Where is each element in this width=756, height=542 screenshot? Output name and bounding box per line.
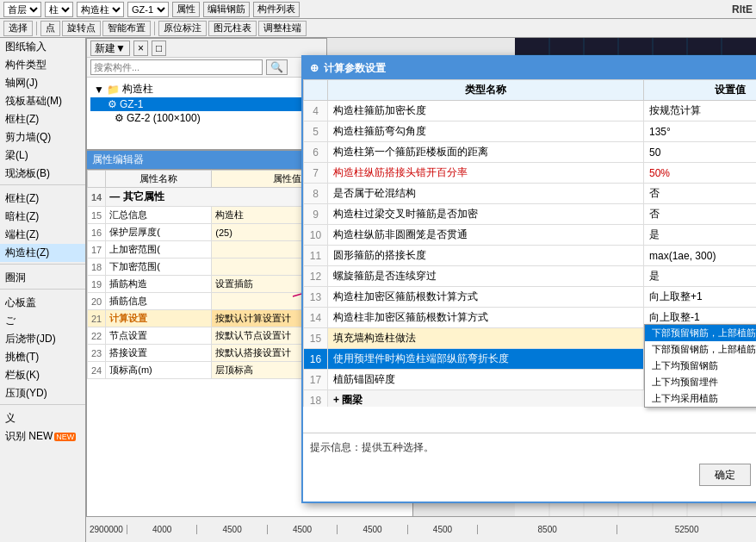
calc-row-11[interactable]: 11 圆形箍筋的搭接长度 max(1ae, 300) xyxy=(304,246,757,266)
column-table-btn[interactable]: 图元柱表 xyxy=(208,21,257,36)
dropdown-item-4[interactable]: 上下均预留埋件 xyxy=(645,374,756,390)
calc-num-7: 7 xyxy=(304,163,328,184)
tree-item-gz2[interactable]: ⚙ GZ-2 (100×100) xyxy=(90,111,323,125)
tree-root[interactable]: ▼ 📁 构造柱 xyxy=(90,81,323,97)
rite-label: RItE xyxy=(732,3,753,16)
sidebar-item-misc[interactable]: ご xyxy=(0,312,85,330)
sidebar-item-shearwall[interactable]: 剪力墙(Q) xyxy=(0,128,85,146)
prop-name-16: 保护层厚度( xyxy=(106,224,212,241)
dropdown-item-3[interactable]: 上下均预留钢筋 xyxy=(645,358,756,374)
sidebar-item-recognize[interactable]: 识别 NEW NEW xyxy=(0,427,85,445)
ruler-label: 2900000 xyxy=(86,525,127,534)
sidebar-item-axis[interactable]: 轴网(J) xyxy=(0,74,85,92)
calc-row-4[interactable]: 4 构造柱箍筋加密长度 按规范计算 xyxy=(304,101,757,121)
search-btn[interactable]: 🔍 xyxy=(266,59,288,75)
dropdown-item-1[interactable]: 下部预留钢筋，上部植筋 xyxy=(645,325,756,341)
prop-row-num-16: 16 xyxy=(88,224,106,241)
sidebar-item-slab[interactable]: 现浇板(B) xyxy=(0,165,85,183)
tree-new-btn[interactable]: 新建▼ xyxy=(90,40,130,56)
prop-row-num-15: 15 xyxy=(88,207,106,224)
calc-ok-btn[interactable]: 确定 xyxy=(699,464,751,486)
sidebar-item-framecol2[interactable]: 框柱(Z) xyxy=(0,190,85,208)
calc-num-17: 17 xyxy=(304,370,328,390)
id-select[interactable]: GZ-1 xyxy=(127,2,169,17)
select-btn[interactable]: 选择 xyxy=(3,21,33,36)
calc-name-11: 圆形箍筋的搭接长度 xyxy=(328,246,644,266)
sidebar-item-railing[interactable]: 栏板(K) xyxy=(0,366,85,384)
calc-row-10[interactable]: 10 构造柱纵筋非圆圈笼是否贯通 是 xyxy=(304,225,757,246)
edit-rebar-btn[interactable]: 编辑钢筋 xyxy=(203,2,250,17)
sidebar-item-raft[interactable]: 筏板基础(M) xyxy=(0,92,85,110)
sidebar-item-beam[interactable]: 梁(L) xyxy=(0,146,85,165)
component-list-btn[interactable]: 构件列表 xyxy=(253,2,300,17)
sidebar-item-comptype[interactable]: 构件类型 xyxy=(0,56,85,74)
sidebar-item-hidcol[interactable]: 暗柱(Z) xyxy=(0,208,85,226)
sidebar-item-capcover[interactable]: 心板盖 xyxy=(0,294,85,312)
property-btn[interactable]: 属性 xyxy=(172,2,200,17)
ruler-val-6: 52500 xyxy=(617,525,756,534)
calc-dropdown[interactable]: 下部预留钢筋，上部植筋 下部预留钢筋，上部植筋 上下均预留钢筋 上下均预留埋件 … xyxy=(644,324,756,408)
calc-row-7[interactable]: 7 构造柱纵筋搭接头错开百分率 50% xyxy=(304,163,757,184)
original-mark-btn[interactable]: 原位标注 xyxy=(158,21,207,36)
prop-name-17: 上加密范围( xyxy=(106,241,212,259)
tree-item-gz1[interactable]: ⚙ GZ-1 xyxy=(90,97,323,111)
sidebar-item-def[interactable]: 义 xyxy=(0,409,85,427)
sidebar-item-hole[interactable]: 圈洞 xyxy=(0,269,85,287)
prop-name-24: 顶标高(m) xyxy=(106,362,212,379)
calc-val-4[interactable]: 按规范计算 xyxy=(644,101,757,121)
dropdown-item-5[interactable]: 上下均采用植筋 xyxy=(645,390,756,407)
ruler-val-1: 4500 xyxy=(196,525,266,534)
calc-row-6[interactable]: 6 构造柱第一个箍筋距楼板面的距离 50 xyxy=(304,142,757,163)
calc-col-num xyxy=(304,80,328,101)
calc-row-13[interactable]: 13 构造柱加密区箍筋根数计算方式 向上取整+1 xyxy=(304,287,757,308)
calc-val-9[interactable]: 否 xyxy=(644,204,757,225)
sidebar-item-drawing[interactable]: 图纸输入 xyxy=(0,38,85,56)
sidebar-item-constrcol[interactable]: 构造柱(Z) xyxy=(0,244,85,262)
prop-row-num-24: 24 xyxy=(88,362,106,379)
tree-gz2-label: GZ-2 (100×100) xyxy=(127,112,201,124)
point-btn[interactable]: 点 xyxy=(40,21,60,36)
calc-val-8[interactable]: 否 xyxy=(644,184,757,204)
sidebar-item-canopy[interactable]: 挑檐(T) xyxy=(0,348,85,366)
dropdown-item-2[interactable]: 下部预留钢筋，上部植筋 xyxy=(645,341,756,358)
calc-row-5[interactable]: 5 构造柱箍筋弯勾角度 135° xyxy=(304,121,757,142)
calc-name-10: 构造柱纵筋非圆圈笼是否贯通 xyxy=(328,225,644,246)
tree-gz1-icon: ⚙ xyxy=(108,98,117,110)
adjust-end-btn[interactable]: 调整柱端 xyxy=(258,21,307,36)
type-select[interactable]: 柱 xyxy=(45,2,73,17)
sidebar-item-postcasting[interactable]: 后浇带(JD) xyxy=(0,330,85,348)
smart-layout-btn[interactable]: 智能布置 xyxy=(102,21,151,36)
calc-num-15: 15 xyxy=(304,328,328,349)
tree-expand-btn[interactable]: □ xyxy=(152,40,166,56)
subtype-select[interactable]: 构造柱 xyxy=(77,2,124,17)
calc-val-13[interactable]: 向上取整+1 xyxy=(644,287,757,308)
calc-val-5[interactable]: 135° xyxy=(644,121,757,142)
calc-val-10[interactable]: 是 xyxy=(644,225,757,246)
calc-num-18: 18 xyxy=(304,390,328,408)
tree-close-btn[interactable]: × xyxy=(133,40,148,56)
prop-name-15: 汇总信息 xyxy=(106,207,212,224)
sidebar-item-endcol[interactable]: 端柱(Z) xyxy=(0,226,85,244)
calc-num-12: 12 xyxy=(304,266,328,287)
calc-row-9[interactable]: 9 构造柱过梁交叉时箍筋是否加密 否 xyxy=(304,204,757,225)
calc-name-7: 构造柱纵筋搭接头错开百分率 xyxy=(328,163,644,184)
prop-row-num-19: 19 xyxy=(88,276,106,293)
calc-val-11[interactable]: max(1ae, 300) xyxy=(644,246,757,266)
calc-hint: 提示信息：提供五种选择。 xyxy=(310,440,756,455)
calc-num-9: 9 xyxy=(304,204,328,225)
sidebar-item-topping[interactable]: 压顶(YD) xyxy=(0,384,85,402)
calc-val-7[interactable]: 50% xyxy=(644,163,757,184)
second-toolbar: 选择 点 旋转点 智能布置 原位标注 图元柱表 调整柱端 xyxy=(0,19,756,38)
calc-btn-row: 确定 取 xyxy=(310,464,756,486)
ruler-val-5: 8500 xyxy=(477,525,617,534)
calc-col-name: 类型名称 xyxy=(328,80,644,101)
sidebar-item-framecol[interactable]: 框柱(Z) xyxy=(0,110,85,128)
calc-row-12[interactable]: 12 螺旋箍筋是否连续穿过 是 xyxy=(304,266,757,287)
search-input[interactable] xyxy=(90,59,263,75)
calc-val-6[interactable]: 50 xyxy=(644,142,757,163)
calc-num-16: 16 xyxy=(304,349,328,370)
rotate-point-btn[interactable]: 旋转点 xyxy=(62,21,101,36)
floor-select[interactable]: 首层 xyxy=(3,2,41,17)
calc-row-8[interactable]: 8 是否属于砼混结构 否 xyxy=(304,184,757,204)
calc-val-12[interactable]: 是 xyxy=(644,266,757,287)
